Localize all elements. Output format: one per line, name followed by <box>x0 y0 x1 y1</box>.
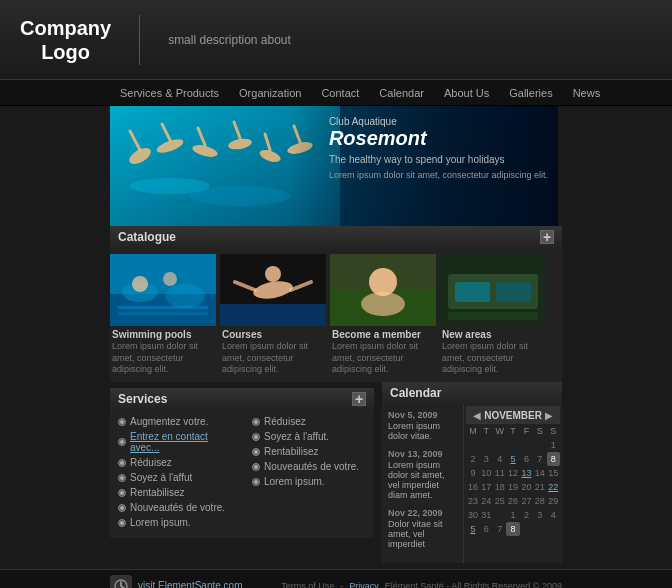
calendar-day-cell <box>533 522 546 536</box>
svg-point-18 <box>165 284 205 308</box>
calendar-day-cell[interactable]: 28 <box>533 494 546 508</box>
services-expand-button[interactable]: + <box>352 392 366 406</box>
company-logo: Company Logo <box>20 16 111 64</box>
calendar-section: Calendar Nov 5, 2009 Lorem ipsum dolor v… <box>382 382 562 563</box>
calendar-day-cell[interactable]: 11 <box>493 466 506 480</box>
calendar-day-cell[interactable]: 5 <box>506 452 519 466</box>
calendar-day-cell[interactable]: 2 <box>466 452 479 466</box>
catalogue-section: Catalogue + <box>110 226 562 382</box>
calendar-day-cell[interactable]: 3 <box>533 508 546 522</box>
catalogue-image-pools[interactable] <box>110 254 216 326</box>
calendar-day-cell[interactable]: 17 <box>480 480 493 494</box>
calendar-day-cell[interactable]: 7 <box>533 452 546 466</box>
tagline: small description about <box>168 33 291 47</box>
catalogue-image-member[interactable] <box>330 254 436 326</box>
calendar-day-cell <box>493 438 506 452</box>
cal-header-f: F <box>520 424 533 438</box>
nav-organization[interactable]: Organization <box>229 80 311 106</box>
calendar-day-cell <box>506 438 519 452</box>
catalogue-header: Catalogue + <box>110 226 562 248</box>
calendar-day-cell[interactable]: 26 <box>506 494 519 508</box>
calendar-day-cell[interactable]: 12 <box>506 466 519 480</box>
services-header: Services + <box>110 388 374 410</box>
calendar-day-cell[interactable]: 1 <box>506 508 519 522</box>
calendar-day-cell[interactable]: 4 <box>493 452 506 466</box>
calendar-inner: Nov 5, 2009 Lorem ipsum dolor vitae. Nov… <box>382 404 562 563</box>
calendar-day-cell[interactable]: 16 <box>466 480 479 494</box>
nav-calendar[interactable]: Calendar <box>369 80 434 106</box>
svg-point-2 <box>190 186 290 206</box>
service-item-4: Soyez à l'affut <box>118 472 232 483</box>
calendar-title: Calendar <box>390 386 441 400</box>
catalogue-pool-title: Swimming pools <box>110 329 216 340</box>
calendar-day-cell[interactable]: 23 <box>466 494 479 508</box>
calendar-day-cell <box>493 508 506 522</box>
calendar-day-cell[interactable]: 13 <box>520 466 533 480</box>
calendar-day-cell[interactable]: 24 <box>480 494 493 508</box>
header: Company Logo small description about <box>0 0 672 80</box>
calendar-day-cell[interactable]: 25 <box>493 494 506 508</box>
catalogue-courses-desc: Lorem ipsum dolor sit amet, consectetur … <box>220 341 326 376</box>
privacy-link[interactable]: Privacy <box>349 581 379 588</box>
calendar-week-row: 1 <box>466 438 560 452</box>
calendar-day-cell[interactable]: 30 <box>466 508 479 522</box>
calendar-day-cell[interactable]: 29 <box>547 494 560 508</box>
calendar-day-cell[interactable]: 6 <box>520 452 533 466</box>
logo-area: Company Logo small description about <box>20 15 291 65</box>
calendar-day-cell[interactable]: 5 <box>466 522 479 536</box>
calendar-day-cell[interactable]: 19 <box>506 480 519 494</box>
nav-contact[interactable]: Contact <box>311 80 369 106</box>
catalogue-courses-title: Courses <box>220 329 326 340</box>
service-bullet-2 <box>118 438 126 446</box>
nav-services[interactable]: Services & Products <box>110 80 229 106</box>
calendar-events: Nov 5, 2009 Lorem ipsum dolor vitae. Nov… <box>382 404 464 563</box>
cal-header-w: W <box>493 424 506 438</box>
catalogue-expand-button[interactable]: + <box>540 230 554 244</box>
calendar-prev-button[interactable]: ◀ <box>470 410 484 421</box>
calendar-day-cell[interactable]: 8 <box>506 522 519 536</box>
calendar-day-cell[interactable]: 20 <box>520 480 533 494</box>
svg-rect-36 <box>496 282 531 302</box>
nav-about[interactable]: About Us <box>434 80 499 106</box>
calendar-day-cell[interactable]: 15 <box>547 466 560 480</box>
service-bullet-6 <box>118 504 126 512</box>
catalogue-image-areas[interactable] <box>440 254 546 326</box>
services-section: Services + Augmentez votre. Entrez en co… <box>110 388 374 538</box>
service-bullet-r1 <box>252 418 260 426</box>
calendar-day-cell[interactable]: 14 <box>533 466 546 480</box>
svg-point-22 <box>163 272 177 286</box>
service-item-2: Entrez en contact avec... <box>118 431 232 453</box>
hero-subtitle-small: Club Aquatique <box>329 116 548 127</box>
catalogue-grid: Swimming pools Lorem ipsum dolor sit ame… <box>110 248 562 382</box>
calendar-day-cell[interactable]: 6 <box>480 522 493 536</box>
calendar-day-cell[interactable]: 21 <box>533 480 546 494</box>
hero-text-block: Club Aquatique Rosemont The healthy way … <box>329 116 548 182</box>
calendar-day-cell[interactable]: 9 <box>466 466 479 480</box>
footer-right: Terms of Use - Privacy Elément Santé - A… <box>281 581 562 588</box>
nav-news[interactable]: News <box>563 80 611 106</box>
catalogue-title: Catalogue <box>118 230 176 244</box>
calendar-day-cell[interactable]: 1 <box>547 438 560 452</box>
calendar-day-cell <box>547 522 560 536</box>
calendar-day-cell[interactable]: 31 <box>480 508 493 522</box>
calendar-day-cell[interactable]: 2 <box>520 508 533 522</box>
calendar-day-cell[interactable]: 4 <box>547 508 560 522</box>
calendar-day-cell[interactable]: 22 <box>547 480 560 494</box>
calendar-day-cell[interactable]: 10 <box>480 466 493 480</box>
catalogue-image-courses[interactable] <box>220 254 326 326</box>
calendar-day-cell[interactable]: 3 <box>480 452 493 466</box>
footer-visit-link[interactable]: visit ElementSante.com <box>138 580 243 588</box>
calendar-day-cell[interactable]: 8 <box>547 452 560 466</box>
service-bullet-3 <box>118 459 126 467</box>
calendar-day-cell <box>520 522 533 536</box>
service-item-r1: Réduisez <box>252 416 366 427</box>
calendar-week-row: 9101112131415 <box>466 466 560 480</box>
calendar-day-cell[interactable]: 27 <box>520 494 533 508</box>
hero-title: Rosemont <box>329 127 548 149</box>
calendar-day-cell[interactable]: 18 <box>493 480 506 494</box>
calendar-next-button[interactable]: ▶ <box>542 410 556 421</box>
nav-galleries[interactable]: Galleries <box>499 80 562 106</box>
calendar-day-cell[interactable]: 7 <box>493 522 506 536</box>
main-nav: Services & Products Organization Contact… <box>0 80 672 106</box>
calendar-day-cell <box>466 438 479 452</box>
